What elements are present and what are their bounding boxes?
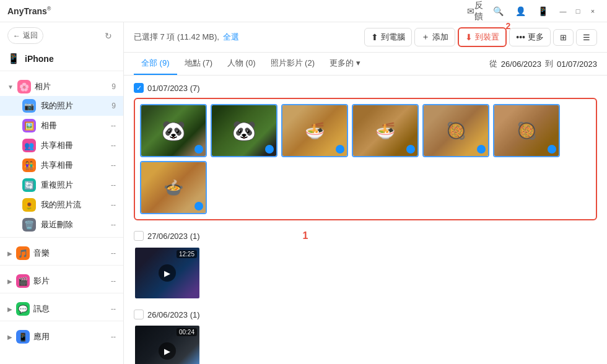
photo-thumb-1[interactable]: 🐼 bbox=[140, 104, 207, 157]
music-section-header[interactable]: ▶ 🎵 音樂 -- bbox=[0, 243, 123, 262]
user-icon: 👤 bbox=[515, 6, 526, 16]
search-button[interactable]: 🔍 bbox=[489, 4, 507, 18]
annotation-2: 2 bbox=[505, 22, 510, 31]
to-pc-button[interactable]: ⬆ 到電腦 bbox=[364, 28, 412, 46]
date-header-2: 27/06/2023 (1) 1 bbox=[134, 230, 597, 241]
user-button[interactable]: 👤 bbox=[512, 4, 529, 18]
photo-thumb-7[interactable]: 🍲 bbox=[140, 161, 207, 214]
sidebar: ← 返回 ↻ 📱 iPhone ▼ 🌸 相片 9 📷 我的照片 9 bbox=[0, 22, 124, 364]
photo-thumb-9[interactable]: ▶ 00:24 bbox=[134, 324, 201, 364]
date-to-value: 01/07/2023 bbox=[557, 59, 597, 69]
video-duration-2: 00:24 bbox=[177, 328, 197, 336]
messages-arrow-icon: ▶ bbox=[7, 306, 12, 313]
titlebar-left: AnyTrans® bbox=[7, 6, 51, 16]
device-icon-button[interactable]: 📱 bbox=[534, 4, 551, 18]
date-checkbox-1[interactable]: ✓ bbox=[134, 83, 144, 93]
sidebar-item-shared-album2[interactable]: 👫 共享相冊 -- bbox=[0, 155, 123, 175]
tab-live-photos[interactable]: 照片影片 (2) bbox=[263, 53, 323, 75]
toolbar-left: 已選擇 7 項 (11.42 MB), 全選 bbox=[134, 32, 359, 43]
food1-emoji: 🍜 bbox=[305, 121, 325, 141]
select-all-link[interactable]: 全選 bbox=[223, 32, 239, 43]
photo-thumb-6[interactable]: 🥘 bbox=[493, 104, 560, 157]
my-photos-icon: 📷 bbox=[22, 99, 36, 113]
photos-section-icon: 🌸 bbox=[17, 80, 31, 93]
photo-thumb-2[interactable]: 🐼 bbox=[211, 104, 277, 157]
list-view-icon: ☰ bbox=[583, 33, 590, 42]
device-item[interactable]: 📱 iPhone bbox=[0, 49, 123, 68]
mail-icon: ✉ bbox=[467, 6, 474, 16]
messages-section-header[interactable]: ▶ 💬 訊息 -- bbox=[0, 298, 123, 318]
grid-view-button[interactable]: ⊞ bbox=[553, 29, 574, 46]
play-button-1[interactable]: ▶ bbox=[159, 264, 176, 282]
refresh-icon: ↻ bbox=[105, 31, 112, 41]
recently-deleted-icon: 🗑️ bbox=[22, 218, 36, 232]
panda2-emoji: 🐼 bbox=[232, 119, 256, 142]
maximize-button[interactable]: □ bbox=[571, 4, 585, 18]
select-check-5 bbox=[477, 145, 486, 154]
list-view-button[interactable]: ☰ bbox=[576, 29, 597, 46]
food5-emoji: 🍲 bbox=[164, 178, 183, 197]
refresh-button[interactable]: ↻ bbox=[101, 28, 116, 43]
videos-section-header[interactable]: ▶ 🎬 影片 -- bbox=[0, 271, 123, 290]
more-icon: ••• bbox=[516, 32, 525, 42]
sidebar-item-recently-deleted[interactable]: 🗑️ 最近刪除 -- bbox=[0, 215, 123, 235]
date-label-1: 01/07/2023 (7) bbox=[147, 84, 200, 93]
back-button[interactable]: ← 返回 bbox=[7, 27, 43, 44]
select-check-3 bbox=[336, 145, 344, 154]
content-area: 已選擇 7 項 (11.42 MB), 全選 ⬆ 到電腦 ＋ 添加 ⬇ 到裝置 … bbox=[124, 22, 607, 364]
tab-people[interactable]: 人物 (0) bbox=[220, 53, 263, 75]
to-pc-icon: ⬆ bbox=[371, 32, 378, 42]
select-check-6 bbox=[548, 145, 556, 154]
to-device-button[interactable]: ⬇ 到裝置 2 bbox=[458, 27, 507, 47]
date-checkbox-2[interactable] bbox=[134, 231, 144, 241]
tab-more[interactable]: 更多的 ▾ bbox=[322, 53, 368, 75]
toolbar-right: ⬆ 到電腦 ＋ 添加 ⬇ 到裝置 2 ••• 更多 ⊞ bbox=[364, 27, 597, 47]
add-button[interactable]: ＋ 添加 bbox=[414, 28, 455, 46]
apps-section-header[interactable]: ▶ 📱 應用 -- bbox=[0, 326, 123, 346]
minimize-button[interactable]: — bbox=[556, 4, 570, 18]
sidebar-item-duplicates[interactable]: 🔄 重複照片 -- bbox=[0, 175, 123, 195]
toolbar: 已選擇 7 項 (11.42 MB), 全選 ⬆ 到電腦 ＋ 添加 ⬇ 到裝置 … bbox=[124, 22, 607, 53]
play-button-2[interactable]: ▶ bbox=[159, 342, 176, 360]
sidebar-item-shared-album1[interactable]: 👥 共享相冊 -- bbox=[0, 136, 123, 155]
more-button[interactable]: ••• 更多 bbox=[509, 28, 551, 46]
tab-places[interactable]: 地點 (7) bbox=[177, 53, 221, 75]
tab-all[interactable]: 全部 (9) bbox=[134, 53, 177, 75]
grid-view-icon: ⊞ bbox=[560, 33, 567, 42]
photo-grid-2: ▶ 12:25 bbox=[134, 246, 597, 300]
sidebar-item-photo-stream[interactable]: 🌻 我的照片流 -- bbox=[0, 195, 123, 215]
sidebar-divider4 bbox=[0, 293, 123, 293]
duplicates-icon: 🔄 bbox=[22, 178, 36, 192]
panda1-emoji: 🐼 bbox=[161, 119, 186, 142]
select-check-4 bbox=[406, 145, 415, 154]
feedback-button[interactable]: ✉ 反饋 bbox=[467, 4, 484, 18]
selected-info: 已選擇 7 項 (11.42 MB), bbox=[134, 32, 219, 43]
photo-stream-icon: 🌻 bbox=[22, 198, 36, 212]
window-controls: — □ × bbox=[556, 4, 600, 18]
photo-grid-1: 🐼 🐼 🍜 bbox=[134, 98, 597, 220]
annotation-1: 1 bbox=[303, 230, 308, 241]
food4-emoji: 🥘 bbox=[517, 121, 536, 141]
phone-icon: 📱 bbox=[538, 6, 548, 16]
select-check-7 bbox=[194, 202, 203, 210]
sidebar-divider5 bbox=[0, 321, 123, 321]
photo-thumb-8[interactable]: ▶ 12:25 bbox=[134, 246, 201, 300]
sidebar-item-my-photos[interactable]: 📷 我的照片 9 bbox=[0, 96, 123, 116]
close-button[interactable]: × bbox=[586, 4, 600, 18]
main-layout: ← 返回 ↻ 📱 iPhone ▼ 🌸 相片 9 📷 我的照片 9 bbox=[0, 22, 607, 364]
photo-thumb-5[interactable]: 🥘 bbox=[422, 104, 489, 157]
photo-thumb-3[interactable]: 🍜 bbox=[281, 104, 348, 157]
date-checkbox-3[interactable] bbox=[134, 310, 144, 319]
photos-section-header[interactable]: ▼ 🌸 相片 9 bbox=[0, 76, 123, 96]
iphone-icon: 📱 bbox=[7, 53, 20, 64]
date-header-1: ✓ 01/07/2023 (7) bbox=[134, 83, 597, 93]
sidebar-item-albums[interactable]: 🖼️ 相冊 -- bbox=[0, 116, 123, 136]
shared-album1-icon: 👥 bbox=[22, 139, 36, 152]
videos-section-icon: 🎬 bbox=[16, 274, 30, 288]
apps-section-icon: 📱 bbox=[16, 330, 30, 344]
sidebar-section-apps: ▶ 📱 應用 -- bbox=[0, 326, 123, 346]
photo-thumb-4[interactable]: 🍜 bbox=[352, 104, 419, 157]
date-group-2: 27/06/2023 (1) 1 ▶ 12:25 bbox=[134, 230, 597, 300]
photo-grid-3: ▶ 00:24 bbox=[134, 324, 597, 364]
messages-section-icon: 💬 bbox=[16, 302, 30, 316]
